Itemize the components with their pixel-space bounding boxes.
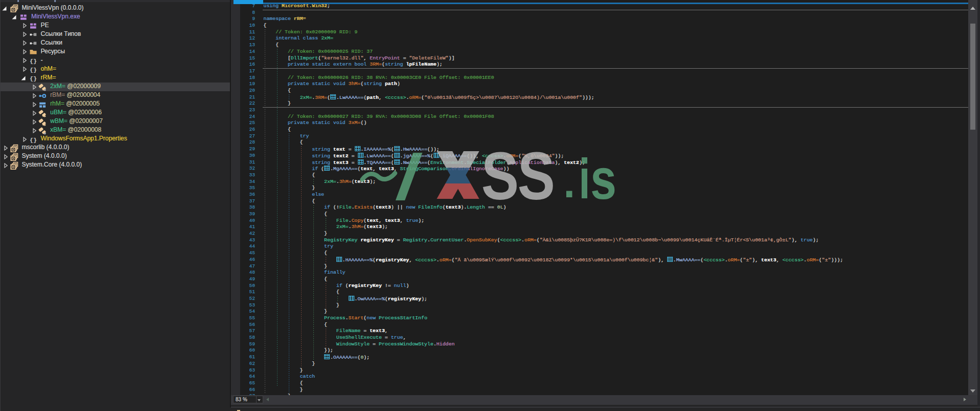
svg-text:s: s [590,147,616,211]
svg-text:SS: SS [481,138,554,214]
